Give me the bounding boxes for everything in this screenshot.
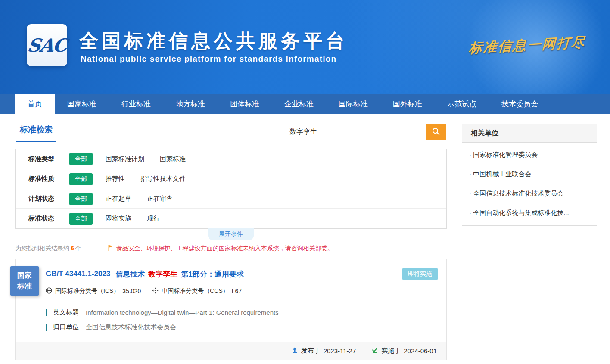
ccs-value: L67 bbox=[232, 288, 242, 295]
nav-item-pilot[interactable]: 示范试点 bbox=[435, 94, 489, 114]
implement-label: 实施于 bbox=[381, 347, 401, 355]
english-title-label: 英文标题 bbox=[53, 308, 79, 317]
standard-title-part[interactable]: 第1部分：通用要求 bbox=[181, 269, 243, 279]
ics-meta: 国际标准分类号（ICS） 35.020 bbox=[46, 287, 141, 295]
card-meta-row: 国际标准分类号（ICS） 35.020 中国标准分类号（CCS） L67 bbox=[46, 287, 438, 295]
filter-option[interactable]: 指导性技术文件 bbox=[140, 175, 186, 183]
dept-row: 归口单位 全国信息技术标准化技术委员会 bbox=[46, 323, 438, 331]
standard-result-card: 国家标准 GB/T 43441.1-2023 信息技术 数字孪生 第1部分：通用… bbox=[15, 259, 447, 360]
globe-icon bbox=[46, 287, 52, 295]
card-divider bbox=[46, 302, 438, 302]
filter-all-button[interactable]: 全部 bbox=[69, 153, 93, 165]
teal-bar bbox=[46, 324, 47, 331]
card-body: GB/T 43441.1-2023 信息技术 数字孪生 第1部分：通用要求 即将… bbox=[16, 259, 446, 335]
search-section-header: 标准检索 bbox=[15, 122, 447, 142]
filter-row-standard-nature: 标准性质 全部 推荐性 指导性技术文件 bbox=[16, 169, 446, 189]
related-unit-link[interactable]: 国家标准化管理委员会 bbox=[462, 145, 597, 165]
dept-label: 归口单位 bbox=[53, 323, 79, 331]
card-footer: 发布于 2023-11-27 实施于 2024-06-01 bbox=[16, 342, 446, 360]
related-units-list: 国家标准化管理委员会 中国机械工业联合会 全国信息技术标准化技术委员会 全国自动… bbox=[462, 143, 597, 225]
section-title-standard-search: 标准检索 bbox=[16, 124, 56, 142]
publish-label: 发布于 bbox=[301, 347, 321, 355]
related-units-panel: 相关单位 国家标准化管理委员会 中国机械工业联合会 全国信息技术标准化技术委员会… bbox=[462, 124, 597, 226]
result-count: 为您找到相关结果约6个 bbox=[15, 245, 81, 252]
filter-label: 标准类型 bbox=[28, 155, 69, 163]
nav-item-technical-committee[interactable]: 技术委员会 bbox=[489, 94, 551, 114]
sac-logo-text: SAC bbox=[26, 35, 68, 56]
nav-item-local-standards[interactable]: 地方标准 bbox=[163, 94, 218, 114]
filter-option[interactable]: 即将实施 bbox=[106, 215, 131, 223]
flag-icon bbox=[108, 245, 113, 252]
main-nav: 首页 国家标准 行业标准 地方标准 团体标准 企业标准 国际标准 国外标准 示范… bbox=[0, 94, 610, 114]
result-count-number: 6 bbox=[71, 245, 74, 252]
implement-date: 实施于 2024-06-01 bbox=[371, 347, 437, 355]
implement-date-value: 2024-06-01 bbox=[404, 347, 437, 355]
standard-title-highlight[interactable]: 数字孪生 bbox=[148, 269, 177, 279]
search-input[interactable] bbox=[284, 124, 426, 140]
result-info-row: 为您找到相关结果约6个 食品安全、环境保护、工程建设方面的国家标准未纳入本系统，… bbox=[15, 245, 447, 252]
ccs-label: 中国标准分类号（CCS） bbox=[162, 287, 229, 295]
standard-title-part[interactable]: 信息技术 bbox=[115, 269, 145, 279]
filter-row-plan-status: 计划状态 全部 正在起草 正在审查 bbox=[16, 189, 446, 208]
publish-date: 发布于 2023-11-27 bbox=[291, 347, 356, 355]
sac-logo[interactable]: SAC bbox=[27, 24, 67, 66]
site-title: 全国标准信息公共服务平台 bbox=[79, 28, 348, 54]
result-count-prefix: 为您找到相关结果约 bbox=[15, 245, 69, 252]
related-unit-link[interactable]: 全国信息技术标准化技术委员会 bbox=[462, 184, 597, 203]
filter-label: 计划状态 bbox=[28, 195, 69, 203]
filter-option[interactable]: 现行 bbox=[147, 215, 160, 223]
main-column: 标准检索 标准类型 全部 国家标准计划 国家标准 标准性质 全部 推荐性 bbox=[15, 122, 447, 360]
filter-all-button[interactable]: 全部 bbox=[69, 173, 93, 185]
site-header: SAC 全国标准信息公共服务平台 National public service… bbox=[0, 0, 610, 94]
search-box bbox=[284, 124, 446, 140]
teal-bar bbox=[46, 309, 47, 316]
ics-value: 35.020 bbox=[122, 288, 141, 295]
nav-item-enterprise-standards[interactable]: 企业标准 bbox=[272, 94, 326, 114]
ics-label: 国际标准分类号（ICS） bbox=[55, 287, 119, 295]
status-badge: 即将实施 bbox=[402, 268, 438, 280]
filter-row-standard-type: 标准类型 全部 国家标准计划 国家标准 bbox=[16, 149, 446, 169]
publish-icon bbox=[291, 347, 298, 355]
publish-date-value: 2023-11-27 bbox=[324, 347, 356, 355]
dept-value: 全国信息技术标准化技术委员会 bbox=[86, 323, 176, 331]
search-icon bbox=[432, 127, 440, 137]
ccs-meta: 中国标准分类号（CCS） L67 bbox=[152, 287, 242, 295]
system-notice: 食品安全、环境保护、工程建设方面的国家标准未纳入本系统，请咨询相关部委。 bbox=[108, 245, 333, 252]
header-slogan: 标准信息一网打尽 bbox=[468, 33, 586, 57]
result-count-suffix: 个 bbox=[75, 245, 81, 252]
english-title-row: 英文标题 Information technology—Digital twin… bbox=[46, 308, 438, 317]
filter-option[interactable]: 推荐性 bbox=[106, 175, 125, 183]
filter-panel: 标准类型 全部 国家标准计划 国家标准 标准性质 全部 推荐性 指导性技术文件 … bbox=[15, 149, 447, 229]
filter-option[interactable]: 国家标准计划 bbox=[106, 155, 144, 163]
notice-text: 食品安全、环境保护、工程建设方面的国家标准未纳入本系统，请咨询相关部委。 bbox=[116, 245, 333, 252]
expand-conditions-button[interactable]: 展开条件 bbox=[208, 228, 254, 240]
filter-option[interactable]: 国家标准 bbox=[160, 155, 186, 163]
filter-all-button[interactable]: 全部 bbox=[69, 213, 93, 225]
nav-item-industry-standards[interactable]: 行业标准 bbox=[109, 94, 163, 114]
filter-label: 标准性质 bbox=[28, 175, 69, 183]
search-button[interactable] bbox=[426, 124, 446, 140]
nav-item-international-standards[interactable]: 国际标准 bbox=[326, 94, 380, 114]
standard-type-badge: 国家标准 bbox=[10, 266, 39, 296]
english-title-value: Information technology—Digital twin—Part… bbox=[86, 309, 279, 316]
page: SAC 全国标准信息公共服务平台 National public service… bbox=[0, 0, 610, 364]
site-subtitle: National public service platform for sta… bbox=[81, 54, 336, 64]
nav-item-national-standards[interactable]: 国家标准 bbox=[55, 94, 109, 114]
filter-option[interactable]: 正在起草 bbox=[106, 195, 131, 203]
nav-item-home[interactable]: 首页 bbox=[15, 94, 55, 114]
standard-code-link[interactable]: GB/T 43441.1-2023 bbox=[46, 270, 110, 278]
nav-item-group-standards[interactable]: 团体标准 bbox=[218, 94, 272, 114]
implement-icon bbox=[371, 347, 378, 355]
filter-option[interactable]: 正在审查 bbox=[147, 195, 173, 203]
filter-row-standard-status: 标准状态 全部 即将实施 现行 bbox=[16, 208, 446, 228]
filter-all-button[interactable]: 全部 bbox=[69, 193, 93, 205]
card-title-row: GB/T 43441.1-2023 信息技术 数字孪生 第1部分：通用要求 即将… bbox=[46, 268, 438, 280]
nav-item-foreign-standards[interactable]: 国外标准 bbox=[380, 94, 435, 114]
related-units-title: 相关单位 bbox=[462, 124, 597, 143]
filter-label: 标准状态 bbox=[28, 215, 69, 223]
related-unit-link[interactable]: 中国机械工业联合会 bbox=[462, 165, 597, 184]
related-unit-link[interactable]: 全国自动化系统与集成标准化技... bbox=[462, 203, 597, 223]
compass-icon bbox=[152, 287, 159, 295]
